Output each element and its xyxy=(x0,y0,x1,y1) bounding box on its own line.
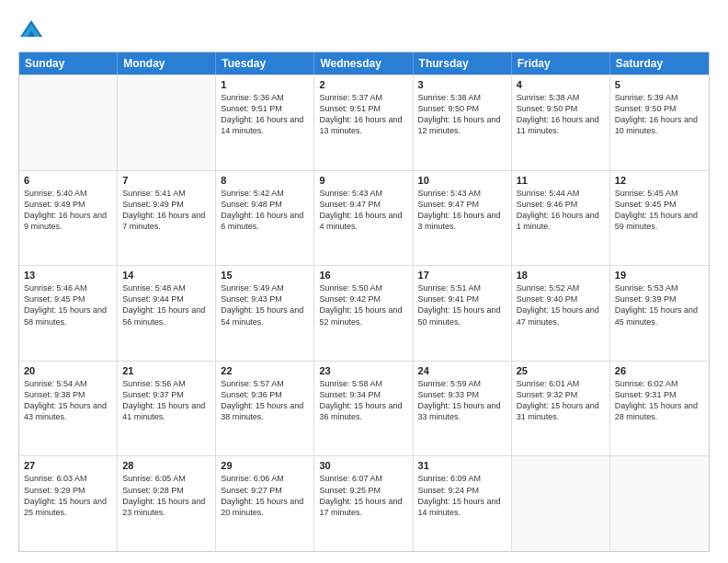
header-day-monday: Monday xyxy=(118,52,216,75)
day-cell-7: 7Sunrise: 5:41 AMSunset: 9:49 PMDaylight… xyxy=(118,171,216,266)
day-info: Sunrise: 5:53 AMSunset: 9:39 PMDaylight:… xyxy=(615,282,704,327)
week-row-1: 1Sunrise: 5:36 AMSunset: 9:51 PMDaylight… xyxy=(19,75,709,170)
day-info: Sunrise: 5:56 AMSunset: 9:37 PMDaylight:… xyxy=(122,378,210,423)
day-cell-6: 6Sunrise: 5:40 AMSunset: 9:49 PMDaylight… xyxy=(19,171,118,266)
day-number: 23 xyxy=(319,365,407,376)
day-number: 9 xyxy=(319,175,407,186)
header xyxy=(18,17,710,42)
day-info: Sunrise: 6:09 AMSunset: 9:24 PMDaylight:… xyxy=(418,473,506,518)
day-cell-29: 29Sunrise: 6:06 AMSunset: 9:27 PMDayligh… xyxy=(216,456,314,551)
day-info: Sunrise: 5:45 AMSunset: 9:45 PMDaylight:… xyxy=(615,188,704,233)
week-row-2: 6Sunrise: 5:40 AMSunset: 9:49 PMDaylight… xyxy=(19,170,709,266)
calendar-body: 1Sunrise: 5:36 AMSunset: 9:51 PMDaylight… xyxy=(19,75,709,551)
day-cell-24: 24Sunrise: 5:59 AMSunset: 9:33 PMDayligh… xyxy=(414,362,512,456)
day-info: Sunrise: 5:52 AMSunset: 9:40 PMDaylight:… xyxy=(517,282,605,327)
day-number: 13 xyxy=(24,270,112,281)
logo xyxy=(18,17,48,42)
day-number: 19 xyxy=(615,270,704,281)
day-info: Sunrise: 5:38 AMSunset: 9:50 PMDaylight:… xyxy=(517,92,605,137)
day-cell-20: 20Sunrise: 5:54 AMSunset: 9:38 PMDayligh… xyxy=(19,362,118,456)
day-number: 14 xyxy=(122,270,210,281)
day-cell-22: 22Sunrise: 5:57 AMSunset: 9:36 PMDayligh… xyxy=(216,362,314,456)
day-number: 11 xyxy=(517,175,605,186)
day-number: 3 xyxy=(418,79,506,90)
day-cell-4: 4Sunrise: 5:38 AMSunset: 9:50 PMDaylight… xyxy=(512,75,610,170)
week-row-4: 20Sunrise: 5:54 AMSunset: 9:38 PMDayligh… xyxy=(19,361,709,456)
day-cell-11: 11Sunrise: 5:44 AMSunset: 9:46 PMDayligh… xyxy=(512,171,610,266)
day-number: 24 xyxy=(418,365,506,376)
day-number: 28 xyxy=(122,460,210,471)
day-info: Sunrise: 5:49 AMSunset: 9:43 PMDaylight:… xyxy=(221,282,309,327)
day-number: 6 xyxy=(24,175,112,186)
day-cell-17: 17Sunrise: 5:51 AMSunset: 9:41 PMDayligh… xyxy=(414,266,512,361)
day-cell-3: 3Sunrise: 5:38 AMSunset: 9:50 PMDaylight… xyxy=(414,75,512,170)
logo-icon xyxy=(18,17,44,42)
day-info: Sunrise: 5:44 AMSunset: 9:46 PMDaylight:… xyxy=(517,188,605,233)
day-cell-9: 9Sunrise: 5:43 AMSunset: 9:47 PMDaylight… xyxy=(314,171,413,266)
day-cell-23: 23Sunrise: 5:58 AMSunset: 9:34 PMDayligh… xyxy=(314,362,413,456)
day-info: Sunrise: 5:59 AMSunset: 9:33 PMDaylight:… xyxy=(418,378,506,423)
day-cell-19: 19Sunrise: 5:53 AMSunset: 9:39 PMDayligh… xyxy=(610,266,709,361)
day-number: 2 xyxy=(319,79,407,90)
page: SundayMondayTuesdayWednesdayThursdayFrid… xyxy=(0,0,728,563)
day-info: Sunrise: 5:39 AMSunset: 9:50 PMDaylight:… xyxy=(615,92,704,137)
day-info: Sunrise: 5:58 AMSunset: 9:34 PMDaylight:… xyxy=(319,378,407,423)
day-number: 10 xyxy=(418,175,506,186)
day-cell-26: 26Sunrise: 6:02 AMSunset: 9:31 PMDayligh… xyxy=(610,362,709,456)
day-info: Sunrise: 6:03 AMSunset: 9:29 PMDaylight:… xyxy=(24,473,112,518)
day-info: Sunrise: 5:40 AMSunset: 9:49 PMDaylight:… xyxy=(24,188,112,233)
week-row-5: 27Sunrise: 6:03 AMSunset: 9:29 PMDayligh… xyxy=(19,455,709,551)
day-info: Sunrise: 5:41 AMSunset: 9:49 PMDaylight:… xyxy=(122,188,210,233)
day-cell-5: 5Sunrise: 5:39 AMSunset: 9:50 PMDaylight… xyxy=(610,75,709,170)
day-number: 22 xyxy=(221,365,309,376)
calendar: SundayMondayTuesdayWednesdayThursdayFrid… xyxy=(18,52,710,552)
day-cell-1: 1Sunrise: 5:36 AMSunset: 9:51 PMDaylight… xyxy=(216,75,314,170)
day-cell-31: 31Sunrise: 6:09 AMSunset: 9:24 PMDayligh… xyxy=(414,456,512,551)
day-info: Sunrise: 5:43 AMSunset: 9:47 PMDaylight:… xyxy=(418,188,506,233)
day-number: 12 xyxy=(615,175,704,186)
empty-cell xyxy=(610,456,709,551)
day-info: Sunrise: 6:07 AMSunset: 9:25 PMDaylight:… xyxy=(319,473,407,518)
day-number: 30 xyxy=(319,460,407,471)
day-number: 20 xyxy=(24,365,112,376)
header-day-sunday: Sunday xyxy=(19,52,118,75)
day-info: Sunrise: 5:46 AMSunset: 9:45 PMDaylight:… xyxy=(24,282,112,327)
day-number: 31 xyxy=(418,460,506,471)
day-info: Sunrise: 6:05 AMSunset: 9:28 PMDaylight:… xyxy=(122,473,210,518)
day-info: Sunrise: 5:50 AMSunset: 9:42 PMDaylight:… xyxy=(319,282,407,327)
calendar-header: SundayMondayTuesdayWednesdayThursdayFrid… xyxy=(19,52,709,75)
day-cell-13: 13Sunrise: 5:46 AMSunset: 9:45 PMDayligh… xyxy=(19,266,118,361)
day-info: Sunrise: 5:48 AMSunset: 9:44 PMDaylight:… xyxy=(122,282,210,327)
day-info: Sunrise: 6:02 AMSunset: 9:31 PMDaylight:… xyxy=(615,378,704,423)
day-info: Sunrise: 5:36 AMSunset: 9:51 PMDaylight:… xyxy=(221,92,309,137)
day-info: Sunrise: 5:42 AMSunset: 9:48 PMDaylight:… xyxy=(221,188,309,233)
day-number: 7 xyxy=(122,175,210,186)
day-info: Sunrise: 5:37 AMSunset: 9:51 PMDaylight:… xyxy=(319,92,407,137)
day-info: Sunrise: 5:54 AMSunset: 9:38 PMDaylight:… xyxy=(24,378,112,423)
day-number: 18 xyxy=(517,270,605,281)
day-cell-10: 10Sunrise: 5:43 AMSunset: 9:47 PMDayligh… xyxy=(414,171,512,266)
day-number: 27 xyxy=(24,460,112,471)
empty-cell xyxy=(512,456,610,551)
week-row-3: 13Sunrise: 5:46 AMSunset: 9:45 PMDayligh… xyxy=(19,265,709,361)
day-cell-12: 12Sunrise: 5:45 AMSunset: 9:45 PMDayligh… xyxy=(610,171,709,266)
day-number: 8 xyxy=(221,175,309,186)
day-number: 4 xyxy=(517,79,605,90)
day-cell-25: 25Sunrise: 6:01 AMSunset: 9:32 PMDayligh… xyxy=(512,362,610,456)
day-number: 15 xyxy=(221,270,309,281)
day-number: 16 xyxy=(319,270,407,281)
day-cell-18: 18Sunrise: 5:52 AMSunset: 9:40 PMDayligh… xyxy=(512,266,610,361)
header-day-thursday: Thursday xyxy=(414,52,512,75)
day-info: Sunrise: 5:43 AMSunset: 9:47 PMDaylight:… xyxy=(319,188,407,233)
day-info: Sunrise: 5:57 AMSunset: 9:36 PMDaylight:… xyxy=(221,378,309,423)
day-number: 17 xyxy=(418,270,506,281)
day-info: Sunrise: 6:06 AMSunset: 9:27 PMDaylight:… xyxy=(221,473,309,518)
empty-cell xyxy=(19,75,118,170)
day-info: Sunrise: 5:51 AMSunset: 9:41 PMDaylight:… xyxy=(418,282,506,327)
day-cell-14: 14Sunrise: 5:48 AMSunset: 9:44 PMDayligh… xyxy=(118,266,216,361)
empty-cell xyxy=(118,75,216,170)
day-number: 29 xyxy=(221,460,309,471)
day-cell-16: 16Sunrise: 5:50 AMSunset: 9:42 PMDayligh… xyxy=(314,266,413,361)
day-cell-28: 28Sunrise: 6:05 AMSunset: 9:28 PMDayligh… xyxy=(118,456,216,551)
day-cell-2: 2Sunrise: 5:37 AMSunset: 9:51 PMDaylight… xyxy=(314,75,413,170)
